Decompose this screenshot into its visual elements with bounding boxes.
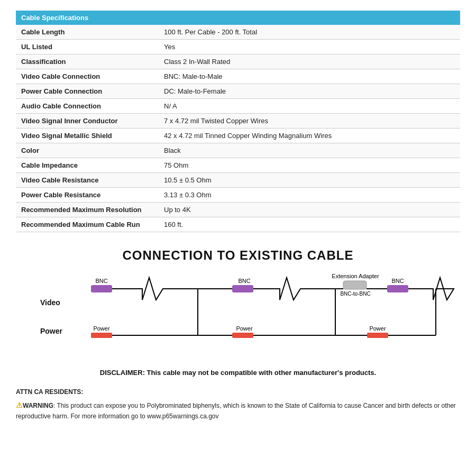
disclaimer: DISCLAIMER: This cable may not be compat… [16, 369, 460, 377]
connection-title: CONNECTION TO EXISTING CABLE [16, 248, 460, 263]
attn-body-text: : This product can expose you to Polybro… [16, 402, 456, 419]
power-connector-1 [91, 333, 112, 338]
spec-label-0: Cable Length [16, 25, 159, 40]
power-connector-2 [232, 333, 253, 338]
spec-value-9: 75 Ohm [159, 158, 460, 173]
video-label: Video [40, 288, 62, 317]
attn-section: ATTN CA RESIDENTS: ⚠WARNING: This produc… [16, 387, 460, 422]
spec-value-1: Yes [159, 40, 460, 54]
spec-label-9: Cable Impedance [16, 158, 159, 173]
spec-label-10: Video Cable Resistance [16, 173, 159, 188]
connection-diagram: BNC Power BNC [66, 273, 436, 358]
power-connector-3 [367, 333, 388, 338]
connection-section: CONNECTION TO EXISTING CABLE Video Power… [16, 248, 460, 358]
waveform-3a [425, 278, 454, 300]
power-label-2: Power [236, 325, 253, 332]
warning-bold: WARNING [23, 402, 53, 409]
spec-value-3: BNC: Male-to-Male [159, 69, 460, 84]
spec-value-4: DC: Male-to-Female [159, 84, 460, 99]
attn-title: ATTN CA RESIDENTS: [16, 387, 460, 397]
spec-label-2: Classification [16, 54, 159, 69]
spec-label-12: Recommended Maximum Resolution [16, 203, 159, 217]
bnc-connector-2 [232, 285, 253, 292]
spec-label-5: Audio Cable Connection [16, 99, 159, 114]
extension-label: Extension Adapter [332, 273, 379, 279]
table-header: Cable Specifications [16, 11, 460, 25]
side-labels: Video Power [40, 273, 62, 345]
spec-value-12: Up to 4K [159, 203, 460, 217]
bnc-connector-1 [91, 285, 112, 292]
power-label-1: Power [93, 325, 110, 332]
spec-value-2: Class 2 In-Wall Rated [159, 54, 460, 69]
spec-value-7: 42 x 4.72 mil Tinned Copper Winding Magn… [159, 129, 460, 143]
spec-value-8: Black [159, 143, 460, 158]
spec-value-5: N/ A [159, 99, 460, 114]
spec-label-11: Power Cable Resistance [16, 188, 159, 203]
spec-label-6: Video Signal Inner Conductor [16, 114, 159, 129]
bnc-label-3: BNC [391, 278, 404, 284]
bnc-label-1: BNC [95, 278, 107, 284]
spec-label-1: UL Listed [16, 40, 159, 54]
power-label-3: Power [369, 325, 386, 332]
spec-value-6: 7 x 4.72 mil Twisted Copper Wires [159, 114, 460, 129]
spec-value-10: 10.5 ± 0.5 Ohm [159, 173, 460, 188]
bnc-connector-3 [387, 285, 408, 292]
spec-value-0: 100 ft. Per Cable - 200 ft. Total [159, 25, 460, 40]
extension-adapter [343, 281, 367, 289]
spec-value-11: 3.13 ± 0.3 Ohm [159, 188, 460, 203]
spec-label-13: Recommended Maximum Cable Run [16, 217, 159, 232]
spec-value-13: 160 ft. [159, 217, 460, 232]
spec-label-3: Video Cable Connection [16, 69, 159, 84]
bnc-label-2: BNC [238, 278, 250, 284]
spec-label-8: Color [16, 143, 159, 158]
power-label: Power [40, 317, 62, 345]
waveform-2 [272, 278, 312, 300]
warning-icon: ⚠ [16, 401, 23, 409]
spec-table: Cable Specifications Cable Length100 ft.… [16, 11, 460, 232]
waveform-1 [134, 278, 177, 300]
attn-warning-text: ⚠WARNING: This product can expose you to… [16, 399, 460, 422]
spec-label-7: Video Signal Metallic Shield [16, 129, 159, 143]
spec-label-4: Power Cable Connection [16, 84, 159, 99]
bnc-to-bnc-label: BNC-to-BNC [340, 291, 370, 297]
